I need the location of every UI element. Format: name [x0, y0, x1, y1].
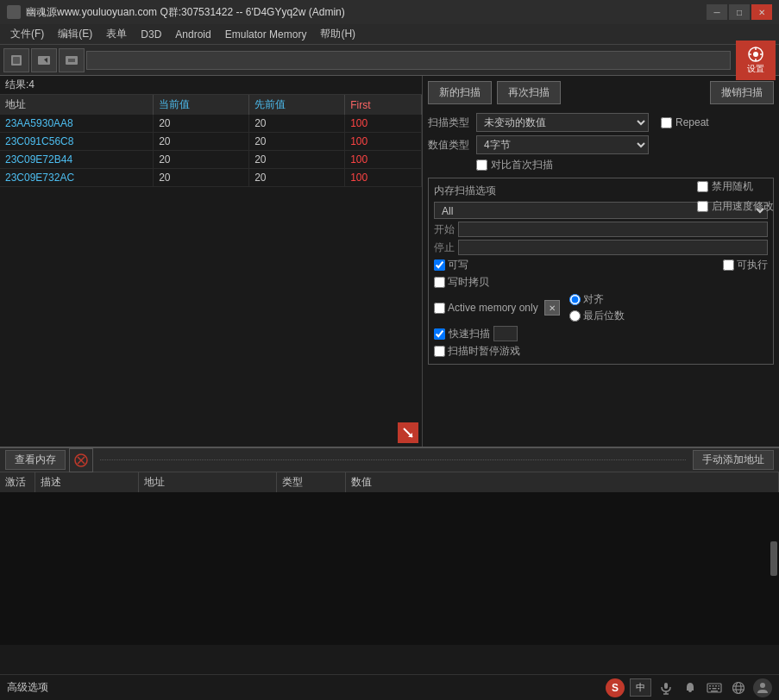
align-label: 对齐 [583, 292, 604, 307]
cell-previous: 20 [249, 133, 345, 151]
svg-rect-5 [68, 59, 75, 62]
svg-rect-22 [713, 685, 714, 687]
user-icon[interactable] [753, 678, 772, 697]
settings-icon [747, 46, 764, 63]
expand-arrow-icon[interactable] [398, 422, 418, 443]
svg-rect-17 [664, 683, 668, 689]
table-row[interactable]: 23C09E732AC 20 20 100 [0, 169, 422, 187]
cell-first: 100 [345, 169, 422, 187]
left-panel: 结果:4 地址 当前值 先前值 First 23AA5930AA8 20 20 … [0, 76, 423, 447]
align-radio[interactable] [569, 294, 581, 305]
right-panel: 新的扫描 再次扫描 撤销扫描 扫描类型 未变动的数值 变动的数值 增加的数值 减… [423, 76, 779, 447]
bottom-col-active: 激活 [0, 472, 35, 492]
maximize-button[interactable]: □ [729, 4, 750, 20]
add-address-button[interactable]: 手动添加地址 [693, 450, 774, 470]
last-bit-radio[interactable] [569, 310, 581, 322]
mem-start-input[interactable]: 0000000000000000 [458, 222, 768, 237]
scan-type-label: 扫描类型 [428, 116, 471, 130]
col-first: First [345, 95, 422, 115]
keyboard-icon[interactable] [705, 678, 724, 697]
active-memory-checkbox[interactable] [434, 303, 445, 314]
bottom-table: 激活 描述 地址 类型 数值 [0, 472, 779, 492]
cell-address: 23C09E72B44 [0, 151, 154, 169]
scan-buttons-row: 新的扫描 再次扫描 撤销扫描 [428, 81, 774, 104]
lang-icon[interactable]: 中 [630, 678, 651, 697]
svg-point-33 [760, 683, 765, 688]
process-name-input[interactable]: 00005838-cs2.exe [86, 51, 731, 70]
compare-first-checkbox[interactable] [476, 159, 487, 171]
menu-d3d[interactable]: D3D [134, 27, 168, 42]
bell-icon[interactable] [681, 678, 700, 697]
tool-btn-1[interactable] [3, 48, 29, 72]
scroll-indicator[interactable] [770, 541, 777, 576]
executable-label: 可执行 [737, 258, 768, 272]
svg-rect-27 [718, 688, 719, 690]
enable-fast-modify-checkbox[interactable] [697, 201, 708, 212]
table-row[interactable]: 23AA5930AA8 20 20 100 [0, 115, 422, 133]
mem-stop-input[interactable]: 00007FFFFFFFFFFF [458, 240, 768, 255]
table-row[interactable]: 23C09E72B44 20 20 100 [0, 151, 422, 169]
bottom-col-type: 类型 [276, 472, 345, 492]
cell-first: 100 [345, 115, 422, 133]
menu-help[interactable]: 帮助(H) [313, 25, 362, 43]
bottom-toolbar: 查看内存 手动添加地址 [0, 448, 779, 472]
globe-icon[interactable] [729, 678, 748, 697]
window-controls: ─ □ ✕ [707, 4, 772, 20]
right-options-group: 禁用随机 启用速度修改 [697, 179, 774, 214]
executable-checkbox[interactable] [723, 259, 734, 271]
results-bar: 结果:4 [0, 76, 422, 95]
disable-random-checkbox[interactable] [697, 181, 708, 192]
settings-icon-button[interactable]: 设置 [736, 41, 776, 80]
advanced-options-label: 高级选项 [7, 680, 48, 695]
enable-fast-modify-row: 启用速度修改 [697, 199, 774, 214]
view-memory-button[interactable]: 查看内存 [5, 450, 66, 470]
cell-address: 23C09E732AC [0, 169, 154, 187]
value-type-row: 数值类型 4字节 1字节 2字节 8字节 浮点数 双精度浮点 文本 [428, 135, 774, 154]
pause-game-checkbox[interactable] [434, 346, 445, 357]
svg-point-7 [753, 52, 758, 57]
menu-emulator-memory[interactable]: Emulator Memory [218, 27, 314, 42]
svg-point-30 [736, 682, 741, 693]
menu-android[interactable]: Android [168, 27, 217, 42]
menu-edit[interactable]: 编辑(E) [51, 25, 99, 43]
active-memory-clear-button[interactable]: ✕ [544, 300, 560, 316]
cell-address: 23C091C56C8 [0, 133, 154, 151]
cancel-scan-button[interactable]: 撤销扫描 [710, 81, 774, 104]
active-memory-label: Active memory only [448, 302, 538, 314]
close-button[interactable]: ✕ [751, 4, 772, 20]
cell-current: 20 [154, 169, 249, 187]
minimize-button[interactable]: ─ [707, 4, 727, 20]
tool-btn-3[interactable] [59, 48, 85, 72]
copy-on-write-checkbox[interactable] [434, 277, 445, 288]
scan-type-select[interactable]: 未变动的数值 变动的数值 增加的数值 减少的数值 [476, 113, 649, 132]
fast-scan-value-input[interactable]: 4 [493, 326, 518, 341]
svg-rect-25 [709, 688, 711, 690]
mic-icon[interactable] [656, 678, 675, 697]
repeat-checkbox[interactable] [661, 117, 672, 128]
bottom-area: 查看内存 手动添加地址 激活 描述 地址 类型 数值 [0, 447, 779, 645]
svg-rect-24 [719, 685, 720, 687]
cell-previous: 20 [249, 151, 345, 169]
cell-current: 20 [154, 115, 249, 133]
new-scan-button[interactable]: 新的扫描 [428, 81, 492, 104]
mem-stop-label: 停止 [434, 241, 455, 255]
bottom-table-container: 激活 描述 地址 类型 数值 [0, 472, 779, 645]
copy-on-write-label: 写时拷贝 [448, 275, 489, 290]
fast-scan-checkbox[interactable] [434, 328, 445, 340]
stop-circle-icon [74, 453, 88, 467]
bottom-col-address: 地址 [138, 472, 276, 492]
value-type-select[interactable]: 4字节 1字节 2字节 8字节 浮点数 双精度浮点 文本 [476, 135, 649, 154]
writable-checkbox[interactable] [434, 259, 445, 271]
rescan-button[interactable]: 再次扫描 [497, 81, 561, 104]
tool-btn-2[interactable] [31, 48, 57, 72]
mem-start-row: 开始 0000000000000000 [434, 222, 768, 237]
menu-file[interactable]: 文件(F) [3, 25, 51, 43]
svg-rect-26 [713, 688, 717, 690]
menu-table[interactable]: 表单 [99, 25, 134, 43]
table-row[interactable]: 23C091C56C8 20 20 100 [0, 133, 422, 151]
app-icon [7, 5, 21, 19]
pause-game-label: 扫描时暂停游戏 [448, 344, 520, 359]
s-icon[interactable]: S [606, 678, 625, 697]
bottom-col-value: 数值 [345, 472, 779, 492]
stop-icon[interactable] [69, 448, 93, 472]
